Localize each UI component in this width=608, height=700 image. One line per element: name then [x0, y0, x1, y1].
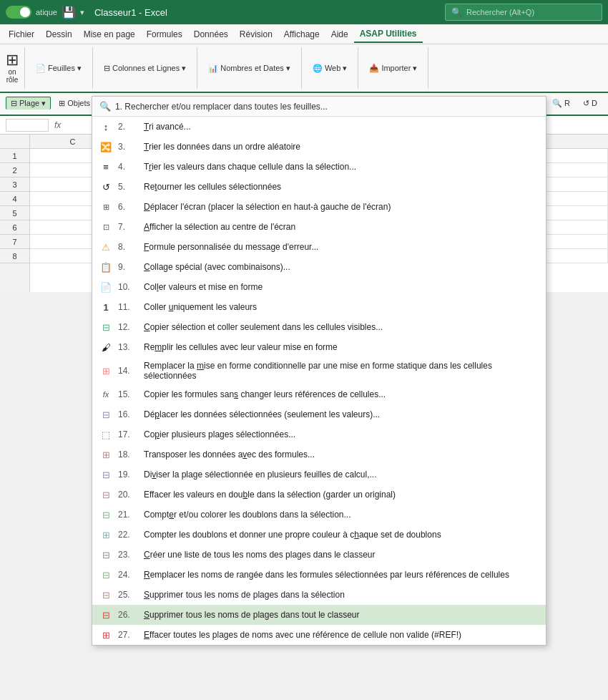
item-25-num: 25. — [118, 590, 138, 600]
multi-copy-icon: ⬚ — [99, 428, 112, 441]
item-23-num: 23. — [118, 550, 138, 560]
divide-icon: ⊟ — [99, 468, 112, 481]
item-20-label: Effacer les valeurs en double dans la sé… — [144, 490, 396, 500]
row-header-4[interactable]: 4 — [0, 192, 29, 206]
item-22-label: Compter les doublons et donner une propr… — [144, 530, 441, 540]
sort2-icon: ↕ — [99, 120, 112, 133]
dropdown-search-icon: 🔍 — [99, 101, 111, 112]
dropdown-item-24[interactable]: ⊟ 24. Remplacer les noms de rangée dans … — [92, 565, 546, 585]
menu-donnees[interactable]: Données — [188, 26, 234, 42]
colonnes-btn[interactable]: ⊟ Colonnes et Lignes ▾ — [99, 62, 191, 75]
dropdown-arrow[interactable]: ▾ — [80, 8, 84, 17]
item-25-label: Supprimer tous les noms de plages dans l… — [144, 590, 345, 600]
menu-fichier[interactable]: Fichier — [3, 26, 40, 42]
row-header-7[interactable]: 7 — [0, 235, 29, 249]
importer-icon: 📥 — [369, 64, 379, 73]
nombres-icon: 📊 — [208, 64, 218, 73]
ribbon-select-group: ⊞ on rôle — [6, 47, 25, 89]
extra-label2: D — [592, 99, 597, 107]
dropdown-item-2[interactable]: ↕ 2. Tri avancé... — [92, 117, 546, 137]
row-header-8[interactable]: 8 — [0, 249, 29, 263]
select-label: on — [8, 68, 16, 76]
item-26-num: 26. — [118, 610, 138, 620]
dropdown-item-6[interactable]: ⊞ 6. Déplacer l'écran (placer la sélecti… — [92, 197, 546, 217]
item-3-num: 3. — [118, 142, 138, 152]
feuilles-btn[interactable]: 📄 Feuilles ▾ — [31, 62, 87, 75]
item-19-label: Diviser la plage sélectionnée en plusieu… — [144, 470, 377, 480]
dropdown-item-3[interactable]: 🔀 3. Trier les données dans un ordre alé… — [92, 137, 546, 157]
item-2-num: 2. — [118, 122, 138, 132]
colonnes-icon: ⊟ — [104, 64, 110, 73]
item-16-label: Déplacer les données sélectionnées (seul… — [144, 409, 380, 419]
dropdown-item-11[interactable]: 1 11. Coller uniquement les valeurs — [92, 297, 546, 317]
colonnes-label: Colonnes et Lignes ▾ — [112, 64, 186, 73]
dropdown-item-22[interactable]: ⊞ 22. Compter les doublons et donner une… — [92, 525, 546, 545]
dropdown-item-4[interactable]: ≡ 4. Trier les valeurs dans chaque cellu… — [92, 157, 546, 177]
dropdown-item-23[interactable]: ⊟ 23. Créer une liste de tous les noms d… — [92, 545, 546, 565]
item-3-label: Trier les données dans un ordre aléatoir… — [144, 142, 300, 152]
plage-dropdown: 🔍 1. Rechercher et/ou remplacer dans tou… — [92, 96, 546, 646]
menu-formules[interactable]: Formules — [141, 26, 188, 42]
extra-btn2[interactable]: ↺ D — [578, 97, 602, 110]
dropdown-item-20[interactable]: ⊟ 20. Effacer les valeurs en double dans… — [92, 485, 546, 505]
row-header-2[interactable]: 2 — [0, 163, 29, 178]
dropdown-item-18[interactable]: ⊞ 18. Transposer les données avec des fo… — [92, 444, 546, 465]
paste-num-icon: 1 — [99, 301, 112, 313]
item-16-num: 16. — [118, 409, 138, 419]
dropdown-item-19[interactable]: ⊟ 19. Diviser la plage sélectionnée en p… — [92, 465, 546, 485]
cell-reference[interactable] — [6, 119, 49, 132]
warning-icon: ⚠ — [99, 240, 112, 253]
count-dup-icon: ⊟ — [99, 508, 112, 521]
menu-bar: Fichier Dessin Mise en page Formules Don… — [0, 24, 608, 44]
menu-aide[interactable]: Aide — [325, 26, 354, 42]
importer-btn[interactable]: 📥 Importer ▾ — [364, 62, 422, 75]
row-header-5[interactable]: 5 — [0, 206, 29, 220]
row-header-1[interactable]: 1 — [0, 149, 29, 163]
menu-asap[interactable]: ASAP Utilities — [354, 26, 423, 43]
dropdown-item-5[interactable]: ↺ 5. Retourner les cellules sélectionnée… — [92, 177, 546, 197]
menu-dessin[interactable]: Dessin — [40, 26, 78, 42]
ribbon-group-feuilles: 📄 Feuilles ▾ — [31, 47, 93, 89]
row-header-6[interactable]: 6 — [0, 220, 29, 235]
select-button[interactable]: ⊞ on rôle — [6, 52, 19, 84]
ribbon-group-web: 🌐 Web ▾ — [308, 47, 358, 89]
row-header-3[interactable]: 3 — [0, 178, 29, 192]
web-btn[interactable]: 🌐 Web ▾ — [308, 62, 352, 75]
replace-names-icon: ⊟ — [99, 568, 112, 581]
search-box[interactable]: 🔍 Rechercher (Alt+Q) — [445, 4, 602, 21]
ribbon-group-colonnes: ⊟ Colonnes et Lignes ▾ — [99, 47, 197, 89]
dropdown-items-list: ↕ 2. Tri avancé... 🔀 3. Trier les donnée… — [92, 117, 546, 645]
dropdown-item-27[interactable]: ⊞ 27. Effacer toutes les plages de noms … — [92, 625, 546, 645]
dropdown-item-25[interactable]: ⊟ 25. Supprimer tous les noms de plages … — [92, 585, 546, 605]
dropdown-item-9[interactable]: 📋 9. Collage spécial (avec combinaisons)… — [92, 257, 546, 277]
menu-affichage[interactable]: Affichage — [278, 26, 325, 42]
item-27-num: 27. — [118, 630, 138, 640]
menu-revision[interactable]: Révision — [234, 26, 278, 42]
autosave-toggle[interactable] — [6, 6, 31, 19]
nombres-btn[interactable]: 📊 Nombres et Dates ▾ — [203, 62, 295, 75]
item-5-label: Retourner les cellules sélectionnées — [144, 182, 281, 192]
save-icon[interactable]: 💾 — [62, 6, 76, 19]
plage-btn[interactable]: ⊟ Plage ▾ — [6, 97, 51, 110]
dropdown-item-7[interactable]: ⊡ 7. Afficher la sélection au centre de … — [92, 217, 546, 237]
dropdown-item-16[interactable]: ⊟ 16. Déplacer les données sélectionnées… — [92, 404, 546, 424]
rotate-icon: ↺ — [99, 180, 112, 193]
dropdown-item-26[interactable]: ⊟ 26. Supprimer tous les noms de plages … — [92, 605, 546, 625]
importer-label: Importer ▾ — [381, 64, 417, 73]
dropdown-item-12[interactable]: ⊟ 12. Copier sélection et coller seuleme… — [92, 317, 546, 337]
dropdown-item-15[interactable]: fx 15. Copier les formules sans changer … — [92, 384, 546, 404]
item-5-num: 5. — [118, 182, 138, 192]
dropdown-search-text[interactable]: 1. Rechercher et/ou remplacer dans toute… — [115, 102, 328, 112]
dropdown-item-14[interactable]: ⊞ 14. Remplacer la mise en forme conditi… — [92, 357, 546, 384]
dropdown-item-17[interactable]: ⬚ 17. Copier plusieurs plages sélectionn… — [92, 424, 546, 444]
transpose-icon: ⊞ — [99, 448, 112, 461]
center-icon: ⊡ — [99, 220, 112, 233]
fill-icon: 🖌 — [99, 341, 112, 354]
item-20-num: 20. — [118, 490, 138, 500]
dropdown-item-8[interactable]: ⚠ 8. Formule personnalisée du message d'… — [92, 237, 546, 257]
dropdown-item-10[interactable]: 📄 10. Coller valeurs et mise en forme — [92, 277, 546, 297]
extra-btn1[interactable]: 🔍 R — [547, 97, 575, 110]
dropdown-item-21[interactable]: ⊟ 21. Compter et/ou colorer les doublons… — [92, 505, 546, 525]
dropdown-item-13[interactable]: 🖌 13. Remplir les cellules avec leur val… — [92, 337, 546, 357]
menu-mise-en-page[interactable]: Mise en page — [78, 26, 141, 42]
